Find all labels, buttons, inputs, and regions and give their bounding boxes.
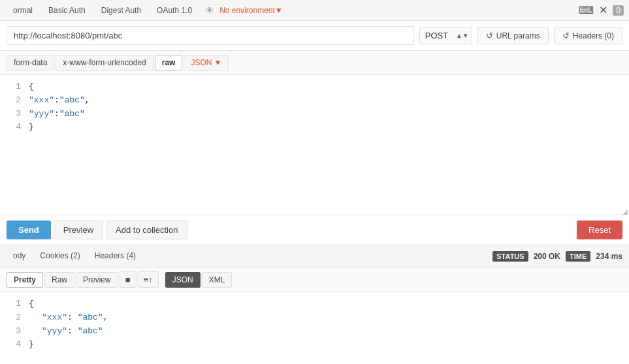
url-params-button[interactable]: ↺ URL params <box>477 27 549 44</box>
tab-basic-auth[interactable]: Basic Auth <box>40 2 93 19</box>
code-line-4: 4 } <box>0 121 629 134</box>
resize-handle[interactable]: ◢ <box>622 208 629 215</box>
format-pretty-button[interactable]: Pretty <box>7 272 43 288</box>
time-value: 234 ms <box>596 252 622 261</box>
add-to-collection-button[interactable]: Add to collection <box>106 220 187 239</box>
response-line-3: 3 "yyy": "abc" <box>0 325 629 339</box>
response-tabs-bar: ody Cookies (2) Headers (4) STATUS 200 O… <box>0 245 629 267</box>
copy-icon-button[interactable]: ■ <box>120 271 137 288</box>
code-editor: 1 { 2 "xxx":"abc", 3 "yyy":"abc" 4 } ◢ <box>0 75 629 215</box>
tab-oauth[interactable]: OAuth 1.0 <box>149 2 200 19</box>
settings-icon[interactable]: ✕ <box>599 4 607 16</box>
send-button[interactable]: Send <box>7 220 51 239</box>
tab-raw[interactable]: raw <box>155 55 183 70</box>
count-badge: 0 <box>613 5 624 16</box>
status-label: STATUS <box>492 251 528 262</box>
url-input[interactable] <box>7 26 414 45</box>
response-format-bar: Pretty Raw Preview ■ ≡↑ JSON XML <box>0 267 629 292</box>
reset-button[interactable]: Reset <box>577 220 622 239</box>
headers-button[interactable]: ↺ Headers (0) <box>554 27 622 44</box>
keyboard-icon[interactable]: ⌨ <box>579 4 594 16</box>
auth-bar: ormal Basic Auth Digest Auth OAuth 1.0 👁… <box>0 0 629 21</box>
format-type-group: JSON XML <box>165 272 233 288</box>
format-xml-button[interactable]: XML <box>202 272 233 288</box>
method-select[interactable]: POST GET PUT DELETE <box>419 27 472 44</box>
response-line-1: 1 { <box>0 297 629 311</box>
code-line-2: 2 "xxx":"abc", <box>0 94 629 108</box>
tab-body[interactable]: ody <box>7 248 32 265</box>
tab-headers[interactable]: Headers (4) <box>88 248 142 265</box>
expand-icon-button[interactable]: ≡↑ <box>138 271 159 288</box>
headers-icon: ↺ <box>562 31 570 40</box>
toolbar-icons: ⌨ ✕ 0 <box>579 4 624 16</box>
json-dropdown[interactable]: JSON ▼ <box>184 55 229 70</box>
status-section: STATUS 200 OK TIME 234 ms <box>492 251 622 262</box>
method-wrapper: POST GET PUT DELETE ▲▼ <box>419 27 472 44</box>
params-icon: ↺ <box>486 31 493 40</box>
body-tabs: form-data x-www-form-urlencoded raw JSON… <box>0 51 629 75</box>
format-raw-button[interactable]: Raw <box>44 272 74 288</box>
code-line-3: 3 "yyy":"abc" <box>0 108 629 121</box>
response-line-4: 4 } <box>0 338 629 352</box>
response-line-2: 2 "xxx": "abc", <box>0 311 629 325</box>
status-value: 200 OK <box>534 252 560 261</box>
format-json-button[interactable]: JSON <box>165 272 201 288</box>
action-bar: Send Preview Add to collection Reset <box>0 215 629 245</box>
url-bar: POST GET PUT DELETE ▲▼ ↺ URL params ↺ He… <box>0 21 629 51</box>
preview-button[interactable]: Preview <box>54 220 103 239</box>
tab-normal[interactable]: ormal <box>5 2 40 19</box>
format-preview-button[interactable]: Preview <box>76 272 118 288</box>
time-label: TIME <box>566 251 590 262</box>
environment-selector[interactable]: No environment ▼ <box>219 6 283 15</box>
eye-icon: 👁 <box>205 5 214 16</box>
tab-form-data[interactable]: form-data <box>7 55 54 70</box>
response-code: 1 { 2 "xxx": "abc", 3 "yyy": "abc" 4 } <box>0 292 629 357</box>
tab-urlencoded[interactable]: x-www-form-urlencoded <box>56 55 153 70</box>
tab-cookies[interactable]: Cookies (2) <box>33 248 86 265</box>
tab-digest-auth[interactable]: Digest Auth <box>93 2 149 19</box>
code-line-1: 1 { <box>0 80 629 94</box>
